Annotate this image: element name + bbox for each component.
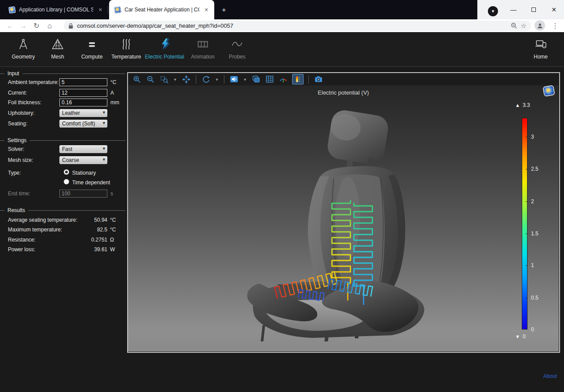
scene-light-icon[interactable] bbox=[229, 74, 239, 84]
zoom-extents-icon[interactable] bbox=[181, 74, 191, 84]
toolbar-separator bbox=[308, 75, 309, 84]
url-input[interactable] bbox=[77, 22, 507, 29]
result-row: Power loss: 39.61 W bbox=[0, 245, 127, 253]
maximize-button[interactable] bbox=[524, 3, 544, 17]
chevron-down-button[interactable]: ▾ bbox=[488, 6, 498, 16]
rotate-icon[interactable] bbox=[201, 74, 211, 84]
axes-orientation-icon[interactable] bbox=[278, 74, 288, 84]
about-link[interactable]: About bbox=[543, 373, 557, 379]
tab-strip: Application Library | COMSOL Se ✕ Car Se… bbox=[0, 0, 564, 19]
select-value: Fast bbox=[62, 146, 72, 152]
result-row: Resistance: 0.2751 Ω bbox=[0, 236, 127, 244]
tab-close-icon[interactable]: ✕ bbox=[97, 6, 104, 13]
field-label: Solver: bbox=[8, 146, 24, 152]
app-content: Input Ambient temperature: °C Current: A… bbox=[0, 66, 564, 392]
ribbon-animation-button[interactable]: Animation bbox=[186, 37, 220, 60]
colorbar-tick-label: 2.5 bbox=[531, 166, 549, 172]
result-unit: °C bbox=[110, 217, 116, 223]
transparency-icon[interactable] bbox=[251, 74, 261, 84]
toolbar-separator bbox=[196, 75, 196, 84]
profile-avatar[interactable] bbox=[535, 20, 545, 31]
graphics-panel: ▾ bbox=[127, 72, 560, 353]
result-value: 39.61 bbox=[77, 246, 107, 253]
ribbon-home-button[interactable]: Home bbox=[524, 37, 558, 60]
graphics-canvas[interactable]: Electric potential (V) ▲ 3.3 3 2.5 2 1.5 bbox=[128, 85, 559, 352]
result-unit: °C bbox=[110, 227, 116, 233]
mesh-size-select[interactable]: Coarse ▾ bbox=[59, 156, 107, 164]
chevron-down-icon[interactable]: ▾ bbox=[215, 77, 219, 82]
ribbon-probes-button[interactable]: Probes bbox=[220, 37, 254, 60]
field-unit: °C bbox=[110, 79, 116, 85]
colorbar-tick-label: 0.5 bbox=[531, 295, 549, 301]
tab-close-icon[interactable]: ✕ bbox=[203, 6, 210, 13]
chevron-down-icon: ▾ bbox=[103, 146, 105, 151]
ribbon-mesh-button[interactable]: Mesh bbox=[40, 37, 75, 60]
colorbar-max-marker: ▲ 3.3 bbox=[515, 102, 530, 108]
grid-icon[interactable] bbox=[265, 74, 275, 84]
compute-equals-icon bbox=[85, 37, 99, 51]
mesh-triangle-icon bbox=[51, 37, 64, 51]
ambient-temperature-row: Ambient temperature: °C bbox=[0, 78, 127, 86]
result-row: Average seating temperature: 50.94 °C bbox=[0, 216, 127, 224]
chevron-down-icon[interactable]: ▾ bbox=[173, 77, 177, 82]
graphics-toolbar: ▾ bbox=[128, 73, 559, 85]
colorbar-tick-label: 2 bbox=[531, 198, 549, 205]
ribbon-electric-potential-button[interactable]: Electric Potential bbox=[143, 37, 186, 60]
back-icon[interactable]: ← bbox=[4, 20, 17, 32]
app-ribbon: Geometry Mesh Compute bbox=[0, 32, 564, 66]
field-label: Seating: bbox=[8, 121, 27, 127]
zoom-box-icon[interactable] bbox=[159, 74, 169, 84]
comsol-logo bbox=[544, 86, 554, 95]
ribbon-label: Animation bbox=[191, 54, 214, 60]
ribbon-label: Mesh bbox=[51, 54, 64, 60]
sidebar: Input Ambient temperature: °C Current: A… bbox=[0, 67, 127, 392]
temperature-waves-icon bbox=[120, 37, 133, 51]
ribbon-compute-button[interactable]: Compute bbox=[75, 37, 109, 60]
stationary-radio[interactable] bbox=[64, 169, 69, 175]
maximize-icon bbox=[531, 7, 536, 12]
result-label: Maximum temperature: bbox=[8, 227, 62, 233]
lock-icon bbox=[68, 23, 73, 29]
color-legend-toggle[interactable] bbox=[292, 74, 304, 84]
time-dependent-radio[interactable] bbox=[64, 179, 69, 184]
chevron-down-icon[interactable]: ▾ bbox=[243, 77, 247, 82]
upholstery-select[interactable]: Leather ▾ bbox=[59, 109, 107, 117]
browser-home-icon[interactable]: ⌂ bbox=[43, 20, 56, 32]
current-input[interactable] bbox=[59, 89, 107, 97]
new-tab-button[interactable]: + bbox=[219, 5, 229, 15]
zoom-out-icon[interactable] bbox=[146, 74, 155, 84]
bookmark-star-icon[interactable]: ☆ bbox=[521, 22, 527, 29]
result-value: 0.2751 bbox=[77, 237, 107, 243]
select-value: Comfort (Soft) bbox=[62, 121, 95, 127]
reload-icon[interactable]: ↻ bbox=[30, 20, 43, 32]
snapshot-camera-icon[interactable] bbox=[314, 74, 323, 84]
minimize-button[interactable]: — bbox=[503, 3, 524, 17]
mesh-size-row: Mesh size: Coarse ▾ bbox=[0, 156, 127, 164]
field-label: End time: bbox=[8, 191, 30, 197]
ribbon-temperature-button[interactable]: Temperature bbox=[109, 37, 143, 60]
seating-row: Seating: Comfort (Soft) ▾ bbox=[0, 120, 127, 128]
chevron-down-icon: ▾ bbox=[103, 157, 105, 162]
tab-title: Car Seat Heater Application | CO bbox=[125, 7, 199, 13]
forward-icon[interactable]: → bbox=[17, 20, 30, 32]
foil-thickness-input[interactable] bbox=[59, 99, 107, 106]
ambient-temperature-input[interactable] bbox=[59, 78, 107, 86]
person-icon bbox=[537, 22, 543, 29]
browser-menu-icon[interactable]: ⋮ bbox=[550, 20, 560, 31]
zoom-indicator-icon[interactable] bbox=[511, 22, 517, 29]
zoom-in-icon[interactable] bbox=[132, 74, 142, 84]
tab-application-library[interactable]: Application Library | COMSOL Se ✕ bbox=[4, 0, 108, 19]
electric-potential-bolt-icon bbox=[158, 37, 171, 51]
close-button[interactable]: ✕ bbox=[544, 3, 564, 17]
field-label: Ambient temperature: bbox=[8, 79, 59, 85]
radio-label: Time dependent bbox=[72, 180, 110, 186]
ribbon-geometry-button[interactable]: Geometry bbox=[6, 37, 40, 60]
solver-select[interactable]: Fast ▾ bbox=[59, 145, 107, 153]
browser-window: Application Library | COMSOL Se ✕ Car Se… bbox=[0, 0, 564, 392]
seating-select[interactable]: Comfort (Soft) ▾ bbox=[59, 120, 107, 128]
address-bar[interactable]: ☆ bbox=[64, 21, 531, 31]
tab-car-seat-heater[interactable]: Car Seat Heater Application | CO ✕ bbox=[109, 0, 214, 19]
result-label: Power loss: bbox=[8, 246, 35, 253]
current-row: Current: A bbox=[0, 89, 127, 97]
down-triangle-icon: ▼ bbox=[515, 334, 520, 339]
